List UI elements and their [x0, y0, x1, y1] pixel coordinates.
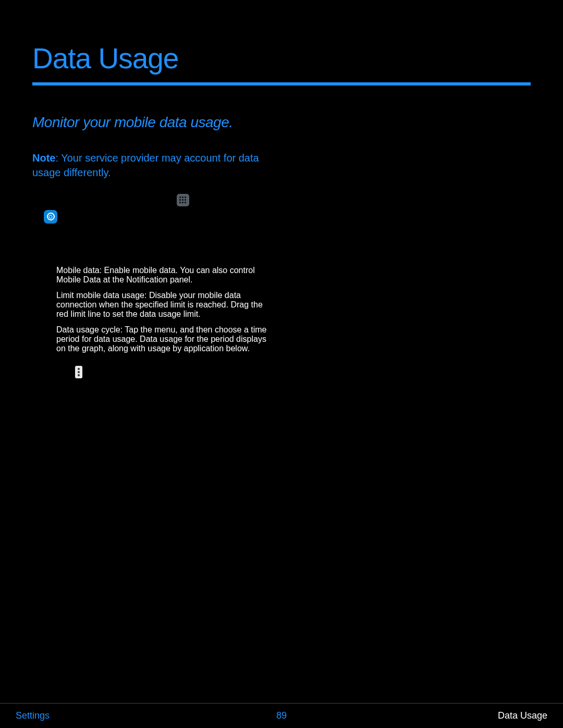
note-text: Note: Your service provider may account … — [32, 151, 272, 180]
footer-right: Data Usage — [498, 710, 547, 721]
step-1-line2: Settings. — [32, 208, 272, 225]
sub-roaming: Data roaming: Allow data roaming on your… — [32, 385, 272, 417]
page-title: Data Usage — [32, 44, 531, 85]
step3-prefix: 3. Tap — [44, 364, 72, 380]
more-options-label: More options for other options: — [85, 364, 227, 380]
step-1-line1: 1. From a Home screen, tap Apps > — [32, 191, 272, 207]
sub-wifi: Show Wi-Fi usage: Display a Wi-Fi tab th… — [32, 517, 272, 549]
sub-autosync: Auto sync data: Set your accounts to aut… — [32, 478, 272, 511]
apps-label: Apps > — [191, 193, 224, 205]
step-2: 2. Tap Data usage for options: — [32, 243, 272, 260]
bullet-limit: Limit mobile data usage: Disable your mo… — [32, 291, 272, 319]
more-options-icon — [75, 366, 82, 378]
bullet-cycle: Data usage cycle: Tap the menu, and then… — [32, 325, 272, 353]
footer-left: Settings — [16, 710, 50, 721]
page-subtitle: Monitor your mobile data usage. — [32, 114, 531, 131]
step-3: 3. Tap More options for other options: — [32, 364, 272, 380]
footer-page-number: 89 — [276, 710, 287, 721]
step-3-block: 3. Tap More options for other options: D… — [32, 364, 272, 636]
bullet-mobile-data: Mobile data: Enable mobile data. You can… — [32, 266, 272, 285]
apps-icon — [177, 194, 189, 206]
step1-prefix: 1. From a Home screen, tap — [44, 193, 177, 205]
sub-restrict: Restrict background data: Restrict some … — [32, 424, 272, 472]
sub-hotspots: Mobile hotspots: Select Wi-Fi networks t… — [32, 556, 272, 636]
note-body: : Your service provider may account for … — [32, 152, 259, 178]
settings-icon — [44, 210, 57, 224]
note-label: Note — [32, 152, 55, 164]
page-footer: Settings 89 Data Usage — [0, 703, 563, 728]
settings-label: Settings. — [63, 208, 103, 225]
